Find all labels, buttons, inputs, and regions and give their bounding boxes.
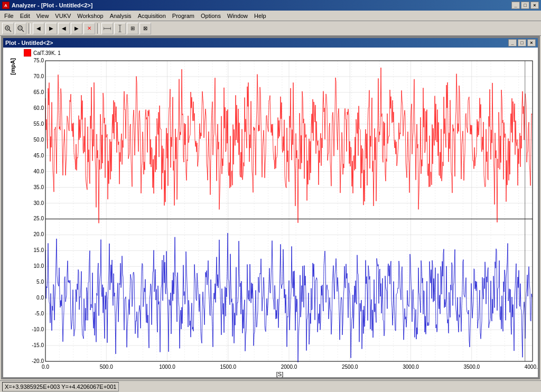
menu-program[interactable]: Program: [169, 12, 198, 20]
inner-title-bar: Plot - Untitled<2> _ □ ×: [3, 38, 538, 48]
zoom-in-button[interactable]: [2, 23, 14, 34]
fit-height-button[interactable]: [114, 23, 126, 34]
stop-button[interactable]: ✕: [83, 23, 95, 34]
legend-label-1: CalT.39K. 1: [33, 50, 61, 56]
svg-line-1: [9, 30, 11, 32]
prev2-button[interactable]: ◀: [58, 23, 70, 34]
legend-area: CalT.39K. 1: [22, 48, 538, 58]
menu-help[interactable]: Help: [251, 12, 269, 20]
menu-view[interactable]: View: [33, 12, 52, 20]
fit-width-button[interactable]: [101, 23, 113, 34]
toolbar-separator-2: [97, 23, 99, 34]
inner-title: Plot - Untitled<2>: [5, 40, 53, 46]
grid-button[interactable]: ⊞: [127, 23, 138, 34]
settings-button[interactable]: ⊠: [139, 23, 151, 34]
menu-options[interactable]: Options: [198, 12, 224, 20]
toolbar-separator-1: [29, 23, 31, 34]
prev-button[interactable]: ◀: [33, 23, 44, 34]
y-axis-label: [mpA]: [10, 58, 16, 75]
menu-window[interactable]: Window: [224, 12, 251, 20]
zoom-out-button[interactable]: [15, 23, 26, 34]
maximize-button[interactable]: □: [521, 2, 529, 9]
coordinates-panel: X=+3.9385925E+003 Y=+4.4206067E+001: [2, 382, 119, 391]
menu-acquisition[interactable]: Acquisition: [135, 12, 169, 20]
app-icon: A: [2, 2, 10, 9]
title-bar: A Analyzer - [Plot - Untitled<2>] _ □ ×: [0, 0, 541, 11]
menu-edit[interactable]: Edit: [17, 12, 33, 20]
play-button[interactable]: ▶: [45, 23, 57, 34]
close-button[interactable]: ×: [530, 2, 539, 9]
menu-analysis[interactable]: Analysis: [107, 12, 135, 20]
menu-bar: File Edit View VUKV Workshop Analysis Ac…: [0, 11, 541, 21]
next-button[interactable]: ▶: [71, 23, 82, 34]
status-bar: X=+3.9385925E+003 Y=+4.4206067E+001: [0, 380, 541, 392]
inner-minimize[interactable]: _: [508, 39, 517, 46]
legend-color-red: [24, 49, 31, 57]
menu-file[interactable]: File: [1, 12, 17, 20]
app-title: Analyzer - [Plot - Untitled<2>]: [12, 2, 92, 8]
menu-workshop[interactable]: Workshop: [74, 12, 106, 20]
minimize-button[interactable]: _: [511, 2, 520, 9]
toolbar: ◀ ▶ ◀ ▶ ✕ ⊞ ⊠: [0, 21, 541, 36]
inner-maximize[interactable]: □: [518, 39, 526, 46]
menu-vukv[interactable]: VUKV: [52, 12, 74, 20]
chart-canvas[interactable]: [22, 58, 538, 377]
coordinates-text: X=+3.9385925E+003 Y=+4.4206067E+001: [5, 384, 116, 390]
svg-line-5: [22, 30, 24, 32]
inner-close[interactable]: ×: [527, 39, 536, 46]
